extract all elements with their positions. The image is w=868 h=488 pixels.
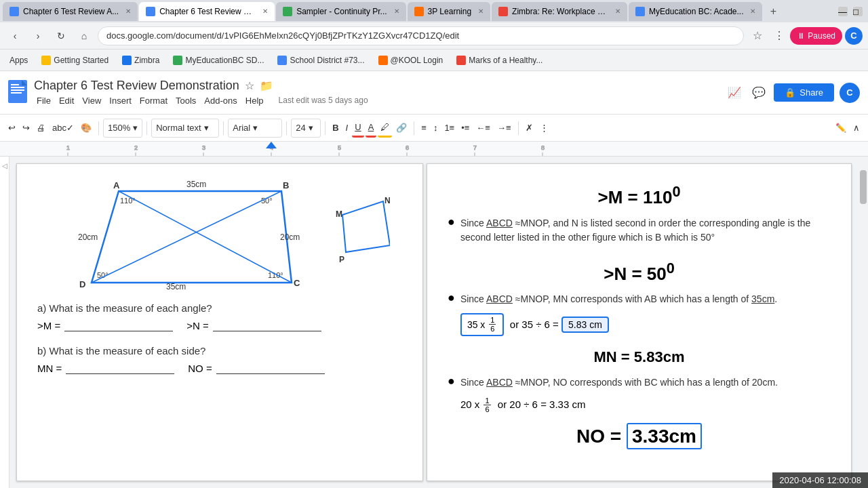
docs-star-icon[interactable]: ☆ (245, 79, 254, 92)
mn-result: MN = 5.83cm (448, 348, 831, 366)
style-value: Normal text (156, 123, 201, 133)
bookmark-myeducation[interactable]: MyEducationBC SD... (169, 54, 268, 66)
svg-rect-6 (0, 142, 868, 156)
clear-format-button[interactable]: ✗ (523, 119, 536, 138)
color-button[interactable]: A (366, 119, 377, 138)
tab-zimbra[interactable]: Zimbra: Re: Workplace M... ✕ (492, 2, 627, 21)
expand-toolbar-button[interactable]: ∧ (850, 119, 863, 138)
extensions-button[interactable]: ⋮ (771, 28, 787, 44)
tab-favicon-4 (414, 7, 424, 16)
font-select[interactable]: Arial ▾ (228, 119, 282, 138)
paintformat-button[interactable]: 🎨 (78, 119, 94, 138)
bookmark-marks[interactable]: Marks of a Healthy... (452, 54, 547, 66)
tab-label-6: MyEducation BC: Acade... (649, 7, 743, 16)
linespacing-button[interactable]: ↕ (431, 119, 441, 138)
paused-icon: ⏸ (797, 31, 805, 41)
style-select[interactable]: Normal text ▾ (151, 119, 219, 138)
tab-close-4-icon[interactable]: ✕ (478, 7, 484, 15)
tab-close-3-icon[interactable]: ✕ (394, 7, 399, 15)
spellcheck-button[interactable]: abc✓ (50, 119, 77, 138)
underline-button[interactable]: U (352, 119, 363, 138)
bookmark-getting-started[interactable]: Getting Started (37, 54, 113, 66)
tab-myeducation[interactable]: MyEducation BC: Acade... ✕ (629, 2, 762, 21)
tab-3p-learning[interactable]: 3P Learning ✕ (408, 2, 491, 21)
bullet-dot-2: ● (448, 291, 455, 305)
indent-button[interactable]: →≡ (494, 119, 514, 138)
align-button[interactable]: ≡ (418, 119, 429, 138)
zoom-select[interactable]: 150% ▾ (103, 119, 142, 138)
reload-button[interactable]: ↻ (52, 26, 71, 45)
bookmark-star-button[interactable]: ☆ (748, 26, 767, 45)
svg-text:A: A (113, 180, 120, 190)
italic-button[interactable]: I (343, 119, 351, 138)
formula-box-mn: 35 x 1 6 (460, 313, 505, 336)
link-button[interactable]: 🔗 (393, 119, 410, 138)
no-line (216, 362, 325, 374)
svg-text:7: 7 (473, 144, 477, 151)
new-tab-button[interactable]: + (764, 2, 783, 21)
angle-n-label: >N = (186, 320, 209, 331)
sidebar-toggle[interactable]: ◁ (0, 157, 9, 488)
paused-button[interactable]: ⏸ Paused (790, 27, 842, 45)
svg-rect-2 (11, 87, 24, 88)
tab-close-icon[interactable]: ✕ (125, 7, 131, 15)
bold-button[interactable]: B (330, 119, 341, 138)
menu-format[interactable]: Format (137, 94, 170, 107)
profile-avatar[interactable]: C (845, 27, 863, 45)
fontsize-select[interactable]: 24 ▾ (291, 119, 321, 138)
bulleted-button[interactable]: •≡ (458, 119, 472, 138)
highlight-button[interactable]: 🖊 (378, 119, 392, 138)
bullet-2-text: Since ABCD ≈MNOP, MN corresponds with AB… (460, 292, 777, 306)
bookmark-zimbra[interactable]: Zimbra (118, 54, 163, 66)
more-button[interactable]: ⋮ (537, 119, 551, 138)
tab-sampler[interactable]: Sampler - Continuity Pr... ✕ (276, 2, 406, 21)
svg-text:20cm: 20cm (78, 232, 98, 242)
bookmark-apps[interactable]: Apps (5, 54, 32, 66)
bullet-dot-1: ● (448, 215, 455, 229)
menu-view[interactable]: View (79, 94, 104, 107)
tab-close-6-icon[interactable]: ✕ (750, 7, 755, 15)
no-result-box: 3.33cm (627, 423, 702, 449)
scrollbar-thumb[interactable] (860, 170, 867, 204)
tab-close-active-icon[interactable]: ✕ (262, 7, 268, 15)
scrollbar[interactable] (859, 157, 868, 488)
bookmark-school[interactable]: School District #73... (273, 54, 368, 66)
toolbar-divider-2 (146, 121, 147, 135)
bookmark-label-6: Marks of a Healthy... (469, 56, 542, 65)
tab-close-5-icon[interactable]: ✕ (615, 7, 620, 15)
tab-label-5: Zimbra: Re: Workplace M... (512, 7, 608, 16)
font-dropdown-icon: ▾ (253, 123, 258, 133)
docs-folder-icon[interactable]: 📁 (260, 79, 273, 92)
bullet-3-content: Since ABCD ≈MNOP, NO corresponds with BC… (460, 375, 778, 418)
menu-addons[interactable]: Add-ons (201, 94, 239, 107)
edit-mode-button[interactable]: ✏️ (833, 119, 849, 138)
share-button[interactable]: 🔒 Share (774, 83, 834, 102)
tab-chapter6-review-d[interactable]: Chapter 6 Test Review D... ✕ (139, 2, 275, 21)
url-bar[interactable]: docs.google.com/document/d/1vPIG6EhMeIxn… (98, 26, 744, 45)
back-button[interactable]: ‹ (5, 26, 24, 45)
tab-favicon-5 (498, 7, 508, 16)
menu-help[interactable]: Help (243, 94, 267, 107)
chat-button[interactable]: 💬 (749, 83, 768, 102)
svg-text:1: 1 (66, 144, 70, 151)
main-area: ◁ A B C D (0, 157, 868, 488)
user-avatar[interactable]: C (840, 83, 860, 103)
home-button[interactable]: ⌂ (75, 26, 94, 45)
docs-logo-icon (8, 80, 27, 103)
numlist-button[interactable]: 1≡ (441, 119, 457, 138)
angle-n-result-heading: >N = 500 (448, 260, 831, 285)
outdent-button[interactable]: ←≡ (473, 119, 493, 138)
print-button[interactable]: 🖨 (34, 119, 48, 138)
bookmark-kool[interactable]: @KOOL Login (374, 54, 448, 66)
activity-button[interactable]: 📈 (725, 83, 744, 102)
tab-chapter6-review-a[interactable]: Chapter 6 Test Review A... ✕ (3, 2, 138, 21)
redo-button[interactable]: ↪ (20, 119, 33, 138)
menu-tools[interactable]: Tools (173, 94, 199, 107)
bookmark-label-4: School District #73... (290, 56, 364, 65)
menu-insert[interactable]: Insert (106, 94, 134, 107)
tab-bar: Chapter 6 Test Review A... ✕ Chapter 6 T… (0, 0, 868, 22)
forward-button[interactable]: › (28, 26, 47, 45)
menu-file[interactable]: File (34, 94, 54, 107)
menu-edit[interactable]: Edit (56, 94, 77, 107)
undo-button[interactable]: ↩ (5, 119, 18, 138)
